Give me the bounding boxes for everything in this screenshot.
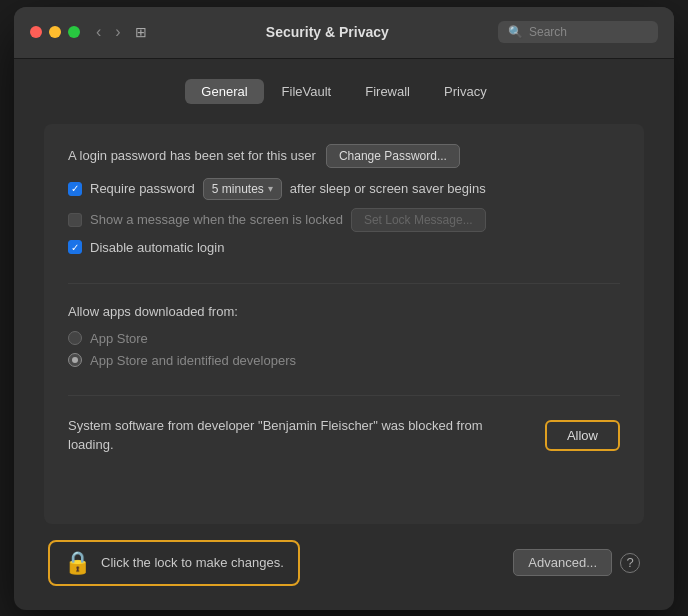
change-password-button[interactable]: Change Password...: [326, 144, 460, 168]
bottom-right-actions: Advanced... ?: [513, 549, 640, 576]
search-input[interactable]: [529, 25, 649, 39]
titlebar: ‹ › ⊞ Security & Privacy 🔍: [14, 7, 674, 59]
show-message-checkbox[interactable]: [68, 213, 82, 227]
window-title: Security & Privacy: [157, 24, 498, 40]
app-store-identified-radio[interactable]: [68, 353, 82, 367]
main-window: ‹ › ⊞ Security & Privacy 🔍 General FileV…: [14, 7, 674, 610]
password-row: A login password has been set for this u…: [68, 144, 620, 168]
tabs-bar: General FileVault Firewall Privacy: [44, 79, 644, 104]
set-lock-message-button[interactable]: Set Lock Message...: [351, 208, 486, 232]
tab-filevault[interactable]: FileVault: [266, 79, 348, 104]
traffic-lights: [30, 26, 80, 38]
require-password-row: ✓ Require password 5 minutes ▾ after sle…: [68, 178, 620, 200]
help-button[interactable]: ?: [620, 553, 640, 573]
lock-area[interactable]: 🔒 Click the lock to make changes.: [48, 540, 300, 586]
disable-login-label: Disable automatic login: [90, 240, 224, 255]
require-password-checkbox[interactable]: ✓: [68, 182, 82, 196]
back-button[interactable]: ‹: [92, 21, 105, 43]
app-store-option[interactable]: App Store: [68, 331, 620, 346]
bottom-bar: 🔒 Click the lock to make changes. Advanc…: [44, 540, 644, 586]
tab-firewall[interactable]: Firewall: [349, 79, 426, 104]
password-description: A login password has been set for this u…: [68, 148, 316, 163]
apps-section: Allow apps downloaded from: App Store Ap…: [68, 304, 620, 396]
blocked-description: System software from developer "Benjamin…: [68, 416, 529, 455]
disable-login-row: ✓ Disable automatic login: [68, 240, 620, 255]
password-time-value: 5 minutes: [212, 182, 264, 196]
password-time-dropdown[interactable]: 5 minutes ▾: [203, 178, 282, 200]
allow-button[interactable]: Allow: [545, 420, 620, 451]
tab-privacy[interactable]: Privacy: [428, 79, 503, 104]
show-message-label: Show a message when the screen is locked: [90, 212, 343, 227]
dropdown-arrow-icon: ▾: [268, 183, 273, 194]
search-icon: 🔍: [508, 25, 523, 39]
content-area: General FileVault Firewall Privacy A log…: [14, 59, 674, 610]
lock-icon: 🔒: [64, 550, 91, 576]
lock-text: Click the lock to make changes.: [101, 555, 284, 570]
show-message-row: Show a message when the screen is locked…: [68, 208, 620, 232]
app-store-identified-label: App Store and identified developers: [90, 353, 296, 368]
search-box[interactable]: 🔍: [498, 21, 658, 43]
require-password-suffix: after sleep or screen saver begins: [290, 181, 486, 196]
app-store-label: App Store: [90, 331, 148, 346]
password-section: A login password has been set for this u…: [68, 144, 620, 284]
main-panel: A login password has been set for this u…: [44, 124, 644, 524]
app-store-identified-option[interactable]: App Store and identified developers: [68, 353, 620, 368]
tab-general[interactable]: General: [185, 79, 263, 104]
require-password-label: Require password: [90, 181, 195, 196]
app-store-radio[interactable]: [68, 331, 82, 345]
maximize-button[interactable]: [68, 26, 80, 38]
nav-arrows: ‹ ›: [92, 21, 125, 43]
grid-icon[interactable]: ⊞: [135, 24, 147, 40]
minimize-button[interactable]: [49, 26, 61, 38]
advanced-button[interactable]: Advanced...: [513, 549, 612, 576]
close-button[interactable]: [30, 26, 42, 38]
apps-section-title: Allow apps downloaded from:: [68, 304, 620, 319]
disable-login-checkbox[interactable]: ✓: [68, 240, 82, 254]
forward-button[interactable]: ›: [111, 21, 124, 43]
blocked-section: System software from developer "Benjamin…: [68, 416, 620, 455]
